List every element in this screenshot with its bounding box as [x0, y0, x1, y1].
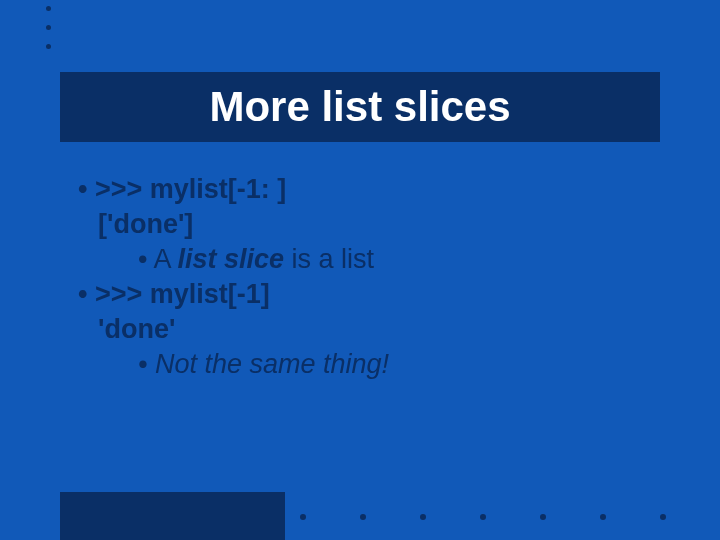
sub-bullet-2: • Not the same thing! [138, 347, 389, 382]
dot-icon [600, 514, 606, 520]
decor-dots-bottom [300, 514, 720, 520]
dot-icon [46, 25, 51, 30]
dot-icon [46, 44, 51, 49]
dot-icon [480, 514, 486, 520]
sub-bullet-1: • A list slice is a list [138, 242, 389, 277]
decor-dots-top [46, 6, 51, 49]
title-bar: More list slices [60, 72, 660, 142]
bullet-2-output: 'done' [98, 312, 389, 347]
decor-bottom-bar [60, 492, 285, 540]
dot-icon [300, 514, 306, 520]
dot-icon [360, 514, 366, 520]
bullet-1-output: ['done'] [98, 207, 389, 242]
slide-title: More list slices [209, 83, 510, 131]
slide-body: • >>> mylist[-1: ] ['done'] • A list sli… [78, 172, 389, 383]
bullet-2-code: • >>> mylist[-1] [78, 277, 389, 312]
dot-icon [540, 514, 546, 520]
bullet-1-code: • >>> mylist[-1: ] [78, 172, 389, 207]
dot-icon [46, 6, 51, 11]
dot-icon [660, 514, 666, 520]
dot-icon [420, 514, 426, 520]
